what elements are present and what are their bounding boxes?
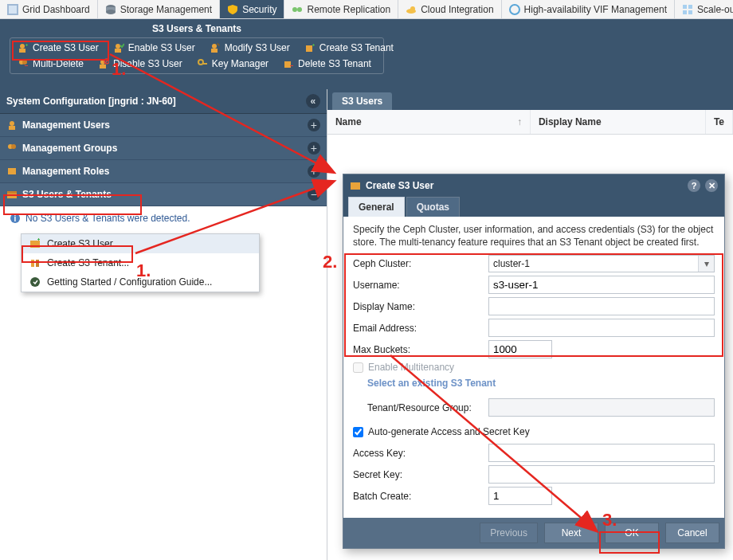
grid-icon (7, 4, 18, 15)
tab-ha-vif[interactable]: High-availability VIF Management (502, 0, 675, 18)
info-message: i No S3 Users & Tenants were detected. (6, 211, 320, 230)
plus-icon[interactable]: + (308, 142, 320, 155)
tab-cloud-integration[interactable]: Cloud Integration (398, 0, 501, 18)
user-add-icon (350, 180, 361, 191)
svg-rect-12 (683, 10, 687, 14)
chk-autogen-keys[interactable] (353, 427, 363, 437)
group-icon (6, 143, 18, 154)
label-display-name: Display Name: (353, 301, 488, 312)
btn-next[interactable]: Next (544, 523, 598, 543)
sidebar-header: System Configuration [jngrid : JN-60] « (0, 89, 327, 114)
btn-key-manager[interactable]: Key Manager (192, 57, 273, 71)
svg-text:i: i (14, 214, 17, 223)
label-select-tenant: Select an existing S3 Tenant (367, 374, 715, 392)
label-username: Username: (353, 280, 488, 291)
svg-point-40 (11, 144, 16, 149)
btn-cancel[interactable]: Cancel (665, 523, 719, 543)
tab-label: Grid Dashboard (22, 4, 90, 15)
svg-rect-13 (688, 10, 692, 14)
ctx-label: Getting Started / Configuration Guide... (47, 276, 212, 288)
svg-rect-23 (306, 45, 312, 52)
tab-grid-dashboard[interactable]: Grid Dashboard (0, 0, 98, 18)
tab-storage-management[interactable]: Storage Management (98, 0, 220, 18)
col-label: Display Name (539, 116, 602, 127)
svg-point-4 (106, 10, 116, 14)
collapse-icon[interactable]: « (306, 94, 320, 108)
dtab-quotas[interactable]: Quotas (406, 197, 460, 217)
ribbon-row-1: Create S3 User Enable S3 User Modify S3 … (13, 41, 381, 55)
btn-label: Create S3 User (33, 42, 99, 53)
col-name[interactable]: Name (327, 110, 531, 134)
sidebar-item-label: Management Groups (22, 143, 117, 154)
btn-create-s3-tenant[interactable]: Create S3 Tenant (300, 41, 398, 55)
sidebar-item-management-groups[interactable]: Management Groups + (0, 137, 327, 160)
svg-rect-41 (8, 168, 16, 174)
btn-label: Delete S3 Tenant (298, 58, 371, 69)
multi-delete-icon (18, 58, 29, 69)
svg-rect-46 (30, 241, 40, 248)
s3-icon (6, 189, 18, 200)
svg-point-51 (30, 277, 40, 287)
btn-enable-s3-user[interactable]: Enable S3 User (108, 41, 200, 55)
tab-security[interactable]: Security (220, 0, 284, 18)
input-username[interactable] (488, 276, 715, 294)
svg-rect-30 (100, 65, 106, 69)
dialog-create-s3-user: Create S3 User ? ✕ GeneralQuotas Specify… (343, 174, 725, 549)
ribbon-title: S3 Users & Tenants (10, 22, 384, 37)
combo-ceph-cluster[interactable]: cluster-1▾ (488, 255, 715, 272)
sidebar-item-label: S3 Users & Tenants (22, 189, 112, 200)
ribbon-area: S3 Users & Tenants Create S3 User Enable… (0, 19, 733, 89)
label-enable-multitenancy: Enable Multitenancy (368, 362, 454, 373)
tenant-delete-icon (283, 58, 294, 69)
info-icon: i (10, 213, 21, 224)
ctx-label: Create S3 Tenant... (47, 257, 129, 268)
tab-s3-users[interactable]: S3 Users (332, 92, 392, 110)
sidebar-item-management-roles[interactable]: Management Roles + (0, 160, 327, 183)
svg-rect-49 (31, 260, 34, 267)
btn-create-s3-user[interactable]: Create S3 User (13, 41, 104, 55)
tab-scaleout[interactable]: Scale-out Storage Configura (675, 0, 733, 18)
input-max-buckets[interactable] (488, 340, 552, 358)
btn-delete-s3-tenant[interactable]: Delete S3 Tenant (278, 57, 376, 71)
svg-rect-11 (688, 5, 692, 9)
close-icon[interactable]: ✕ (705, 179, 718, 192)
sidebar-item-s3-users-tenants[interactable]: S3 Users & Tenants − (0, 183, 327, 206)
label-tenant-rg: Tenant/Resource Group: (367, 402, 488, 413)
col-tenant[interactable]: Te (706, 110, 733, 134)
ctx-create-s3-tenant[interactable]: Create S3 Tenant... (22, 253, 259, 272)
tab-label: Storage Management (120, 4, 212, 15)
btn-modify-s3-user[interactable]: Modify S3 User (205, 41, 295, 55)
ribbon-panel: Create S3 User Enable S3 User Modify S3 … (10, 37, 384, 74)
svg-point-27 (22, 60, 27, 65)
label-autogen: Auto-generate Access and Secret Key (368, 426, 530, 437)
row-username: Username: (353, 276, 715, 294)
dtab-general[interactable]: General (348, 197, 405, 217)
plus-icon[interactable]: + (308, 165, 320, 178)
input-batch-create[interactable] (488, 487, 552, 505)
dialog-body: Specify the Ceph Cluster, user informati… (343, 217, 724, 518)
key-icon (197, 58, 208, 69)
plus-icon[interactable]: + (308, 119, 320, 131)
input-email[interactable] (488, 319, 715, 337)
chevron-down-icon: ▾ (698, 256, 714, 272)
tab-label: Remote Replication (307, 4, 390, 15)
row-ceph-cluster: Ceph Cluster: cluster-1▾ (353, 255, 715, 272)
input-secret-key[interactable] (488, 465, 715, 484)
input-access-key[interactable] (488, 444, 715, 462)
ctx-getting-started[interactable]: Getting Started / Configuration Guide... (22, 272, 259, 292)
dialog-titlebar[interactable]: Create S3 User ? ✕ (343, 174, 724, 197)
input-display-name[interactable] (488, 297, 715, 315)
info-text: No S3 Users & Tenants were detected. (25, 213, 190, 224)
combo-value: cluster-1 (489, 256, 698, 272)
btn-label: Create S3 Tenant (319, 42, 394, 53)
btn-multi-delete[interactable]: Multi-Delete (13, 57, 88, 71)
btn-disable-s3-user[interactable]: Disable S3 User (93, 57, 187, 71)
sidebar-item-management-users[interactable]: Management Users + (0, 114, 327, 137)
btn-ok[interactable]: OK (605, 523, 659, 543)
minus-icon[interactable]: − (308, 188, 320, 201)
ctx-create-s3-user[interactable]: Create S3 User... (22, 234, 259, 253)
tenant-add-icon (29, 257, 41, 268)
col-display-name[interactable]: Display Name (531, 110, 706, 134)
tab-remote-replication[interactable]: Remote Replication (284, 0, 398, 18)
help-icon[interactable]: ? (688, 179, 700, 192)
